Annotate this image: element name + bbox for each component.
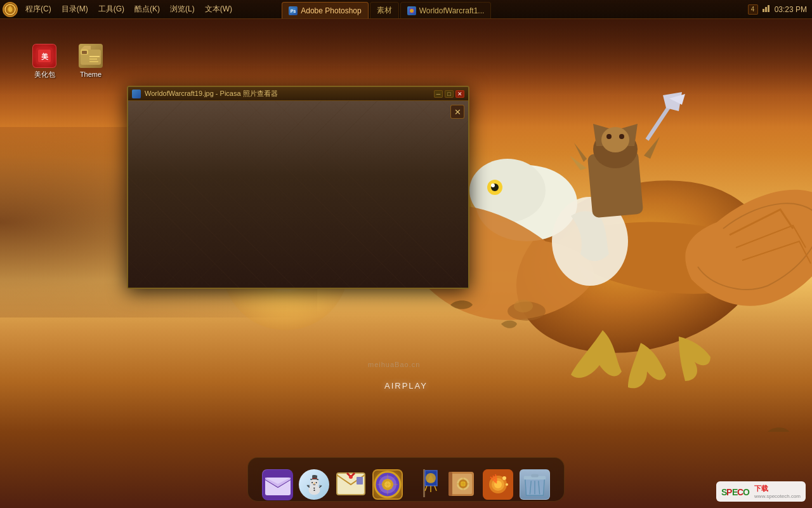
tray-count: 4 xyxy=(748,4,758,15)
menu-jidian[interactable]: 酷点(K) xyxy=(129,0,165,18)
menu-mulu[interactable]: 目录(M) xyxy=(56,0,93,18)
tab-photoshop-label: Adobe Photoshop xyxy=(301,6,361,15)
menu-liulan[interactable]: 浏览(L) xyxy=(165,0,200,18)
svg-point-11 xyxy=(606,134,612,139)
dock-item-mail[interactable] xyxy=(261,468,294,501)
window-titlebar[interactable]: WorldofWarcraft19.jpg - Picasa 照片查看器 ─ □… xyxy=(128,87,468,101)
picasa-title-icon xyxy=(132,90,141,98)
svg-text:Ps: Ps xyxy=(291,9,296,13)
svg-text:P: P xyxy=(726,487,732,497)
svg-text:美: 美 xyxy=(41,53,49,60)
photoshop-tab-icon: Ps xyxy=(289,6,298,15)
svg-rect-28 xyxy=(82,51,87,54)
dock-item-parchment[interactable] xyxy=(445,468,478,501)
dock-item-fire[interactable] xyxy=(481,468,514,501)
window-minimize-btn[interactable]: ─ xyxy=(434,90,443,98)
wow-orb-dock-icon xyxy=(372,469,403,500)
dock: ⛄ xyxy=(247,457,565,502)
top-overlay xyxy=(0,19,812,95)
snowman-dock-icon: ⛄ xyxy=(299,469,329,500)
airplay-label: AIRPLAY xyxy=(384,381,428,391)
wow-logo-icon xyxy=(3,2,18,17)
menu-wenben[interactable]: 文本(W) xyxy=(200,0,237,18)
svg-point-12 xyxy=(619,134,624,139)
desktop-icon-meihuabao[interactable]: 美 美化包 xyxy=(22,41,67,81)
wow-tab-icon xyxy=(407,6,416,15)
meihuabao-icon-img: 美 xyxy=(32,44,56,68)
tab-photoshop[interactable]: Ps Adobe Photoshop xyxy=(282,2,368,18)
svg-rect-29 xyxy=(89,56,100,57)
menu-gongju[interactable]: 工具(G) xyxy=(93,0,129,18)
theme-icon-img xyxy=(79,44,103,68)
tab-wow-label: WorldofWarcraft1... xyxy=(419,6,485,15)
portrait-texture xyxy=(128,101,468,288)
fire-dock-icon xyxy=(483,469,513,500)
speco-badge[interactable]: S P E C O 下载 www.specotech.com xyxy=(716,481,806,502)
svg-rect-87 xyxy=(531,474,539,478)
image-close-button[interactable]: ✕ xyxy=(450,105,464,119)
svg-rect-22 xyxy=(768,5,769,12)
meihuabao-label: 美化包 xyxy=(34,70,55,79)
network-icon xyxy=(762,4,771,15)
window-controls: ─ □ ✕ xyxy=(434,90,464,98)
window-close-btn[interactable]: ✕ xyxy=(455,90,464,98)
dock-item-letter[interactable] xyxy=(334,468,367,501)
tab-sucai[interactable]: 素材 xyxy=(370,2,399,18)
svg-point-5 xyxy=(491,184,495,187)
speco-logo-svg: S P E C O xyxy=(721,484,752,499)
menu-bar: 程序(C) 目录(M) 工具(G) 酷点(K) 浏览(L) 文本(W) xyxy=(20,0,275,18)
svg-rect-20 xyxy=(763,9,764,12)
clock-time: 03:23 PM xyxy=(775,5,807,14)
svg-rect-66 xyxy=(357,477,363,485)
tab-sucai-label: 素材 xyxy=(377,5,392,16)
menu-chengxu[interactable]: 程序(C) xyxy=(20,0,56,18)
window-maximize-btn[interactable]: □ xyxy=(445,90,454,98)
svg-point-10 xyxy=(601,127,629,152)
shield-dock-icon xyxy=(409,468,440,501)
svg-point-85 xyxy=(506,483,508,486)
dock-item-wow[interactable] xyxy=(371,468,404,501)
speco-url: www.specotech.com xyxy=(754,493,801,499)
dock-item-snowman[interactable]: ⛄ xyxy=(298,468,331,501)
svg-text:O: O xyxy=(743,487,750,497)
svg-rect-31 xyxy=(89,61,98,62)
tab-area: Ps Adobe Photoshop 素材 WorldofWarcraft1..… xyxy=(282,0,492,18)
svg-rect-30 xyxy=(89,58,97,60)
mail-dock-icon xyxy=(262,469,292,500)
svg-point-19 xyxy=(410,9,414,13)
parchment-dock-icon xyxy=(446,468,476,501)
trash-dock-icon xyxy=(520,469,550,500)
system-tray: 4 03:23 PM xyxy=(748,4,812,15)
svg-point-84 xyxy=(502,476,506,480)
character-portrait: ✕ xyxy=(128,101,468,288)
dock-item-trash[interactable] xyxy=(518,468,551,501)
letter-dock-icon xyxy=(336,468,366,501)
theme-label: Theme xyxy=(80,70,102,79)
desktop: meihuaBao.cn 程序(C) 目录(M) 工具(G) 酷点(K) 浏览(… xyxy=(0,0,812,508)
svg-point-14 xyxy=(514,300,533,312)
tab-wow[interactable]: WorldofWarcraft1... xyxy=(400,2,492,18)
svg-rect-76 xyxy=(449,472,452,496)
wow-logo-button[interactable] xyxy=(0,0,20,19)
taskbar: 程序(C) 目录(M) 工具(G) 酷点(K) 浏览(L) 文本(W) Ps A… xyxy=(0,0,812,19)
picasa-window: WorldofWarcraft19.jpg - Picasa 照片查看器 ─ □… xyxy=(127,86,469,289)
speco-sub-label: 下载 xyxy=(754,484,801,493)
svg-point-65 xyxy=(349,475,353,479)
desktop-icon-theme[interactable]: Theme xyxy=(69,41,113,81)
dock-item-shield[interactable] xyxy=(408,468,441,501)
window-title-text: WorldofWarcraft19.jpg - Picasa 照片查看器 xyxy=(145,89,434,98)
svg-rect-21 xyxy=(765,7,767,12)
watermark-text: meihuaBao.cn xyxy=(368,361,420,368)
window-content: ✕ xyxy=(128,101,468,288)
